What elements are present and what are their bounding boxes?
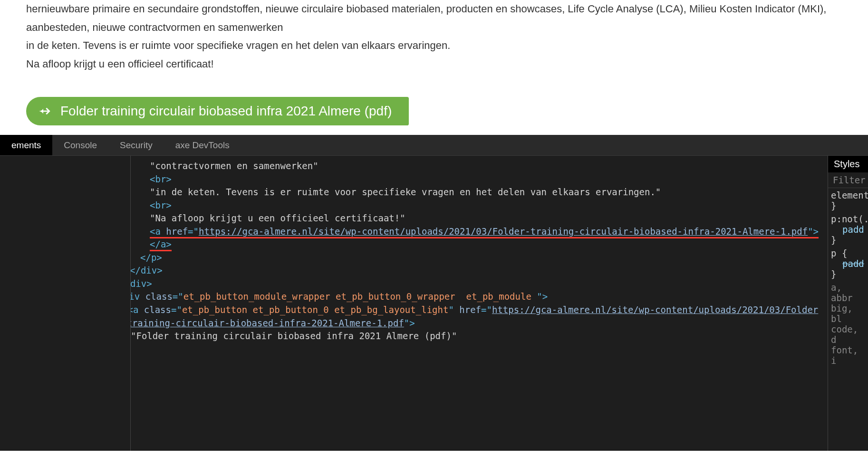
- div-tag: <div: [131, 291, 145, 302]
- download-pdf-button-label: Folder training circulair biobased infra…: [60, 104, 392, 119]
- close-p-tag: </p>: [140, 252, 162, 263]
- href-url[interactable]: https://gca-almere.nl/site/wp-content/up…: [199, 226, 808, 237]
- tab-axe-devtools[interactable]: axe DevTools: [164, 135, 241, 155]
- body-text: in de keten. Tevens is er ruimte voor sp…: [26, 39, 450, 51]
- br-tag: <br>: [150, 200, 172, 210]
- br-tag: <br>: [150, 174, 172, 184]
- page-content: hernieuwbare primaire en secundaire gron…: [0, 0, 868, 135]
- paragraph: hernieuwbare primaire en secundaire gron…: [26, 0, 842, 73]
- class-value: et_pb_button et_pb_button_0 et_pb_bg_lay…: [182, 304, 449, 315]
- class-value: et_pb_button_module_wrapper et_pb_button…: [183, 291, 537, 302]
- devtools-tree-gutter: [0, 156, 131, 451]
- css-property: padd: [831, 224, 865, 235]
- anchor-tag: <a: [131, 304, 144, 315]
- css-brace: }: [831, 269, 865, 279]
- devtools-body: "contractvormen en samenwerken" <br> "in…: [0, 156, 868, 451]
- css-selector: font, i: [831, 345, 865, 366]
- close-div-tag: </div>: [131, 265, 163, 276]
- attr-class: class: [145, 291, 173, 302]
- quote: ": [808, 226, 813, 237]
- css-brace: }: [831, 235, 865, 245]
- text-node: Na afloop krijgt u een officieel certifi…: [155, 213, 400, 223]
- css-selector: code, d: [831, 324, 865, 345]
- styles-filter-input[interactable]: Filter: [828, 172, 868, 188]
- css-selector: p:not(.: [831, 214, 865, 224]
- css-selector: p {: [831, 248, 865, 258]
- arrow-right-icon: [36, 104, 51, 119]
- tab-console[interactable]: Console: [52, 135, 108, 155]
- devtools-panel: ements Console Security axe DevTools "co…: [0, 135, 868, 451]
- button-wrapper: Folder training circulair biobased infra…: [26, 97, 842, 125]
- css-selector: big, bl: [831, 303, 865, 324]
- css-brace: }: [831, 200, 865, 211]
- css-property-overridden: padd: [831, 258, 865, 269]
- styles-rules: element } p:not(. padd } p { padd } a, a…: [828, 188, 868, 370]
- text-node: contractvormen en samenwerken: [155, 161, 313, 171]
- tag-close: >: [409, 318, 415, 328]
- text-node: in de keten. Tevens is er ruimte voor sp…: [155, 187, 655, 197]
- body-text: hernieuwbare primaire en secundaire gron…: [26, 3, 826, 33]
- tag-close: >: [542, 291, 548, 302]
- tab-elements[interactable]: ements: [0, 135, 52, 155]
- css-selector: a, abbr: [831, 282, 865, 303]
- attr-class: class: [144, 304, 171, 315]
- styles-pane: Styles Filter element } p:not(. padd } p…: [828, 156, 868, 451]
- devtools-tabs: ements Console Security axe DevTools: [0, 135, 868, 156]
- attr-href: href: [166, 226, 188, 237]
- tab-security[interactable]: Security: [108, 135, 164, 155]
- styles-tab[interactable]: Styles: [828, 156, 868, 172]
- css-selector: element: [831, 190, 865, 200]
- equals: =": [188, 226, 199, 237]
- button-text-node: Folder training circulair biobased infra…: [136, 331, 451, 341]
- close-div-tag: </div>: [131, 278, 152, 289]
- elements-tree[interactable]: "contractvormen en samenwerken" <br> "in…: [131, 156, 828, 451]
- body-text: Na afloop krijgt u een officieel certifi…: [26, 58, 214, 70]
- download-pdf-button[interactable]: Folder training circulair biobased infra…: [26, 97, 409, 125]
- anchor-tag: <a: [150, 226, 166, 237]
- attr-href: href: [459, 304, 481, 315]
